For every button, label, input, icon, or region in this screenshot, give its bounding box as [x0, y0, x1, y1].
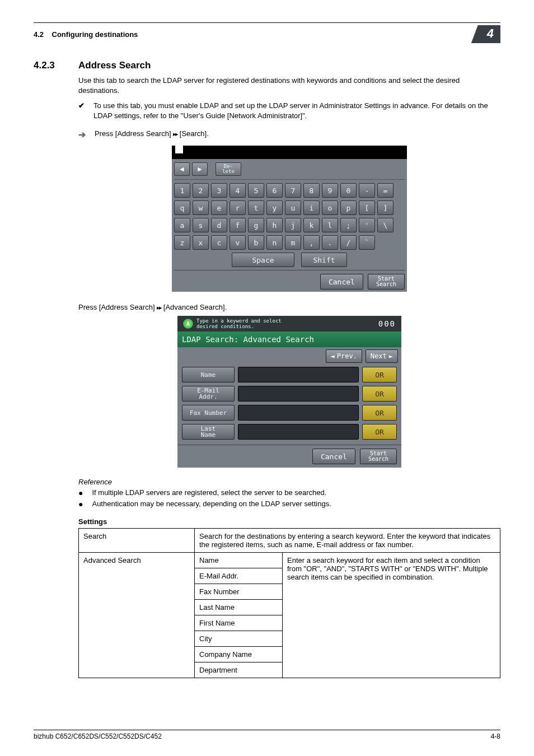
reference-heading: Reference — [78, 478, 500, 486]
settings-table: Search Search for the destinations by en… — [78, 528, 500, 678]
delete-button[interactable]: De- lete — [216, 162, 241, 176]
shift-key[interactable]: Shift — [301, 253, 347, 267]
advanced-search-screenshot: A Type in a keyword and select desired c… — [177, 316, 401, 468]
key[interactable]: z — [174, 235, 190, 250]
nav-right-button[interactable]: ► — [192, 162, 208, 176]
settings-search-label: Search — [79, 529, 195, 553]
adv-label-lastname[interactable]: Last Name — [182, 424, 235, 440]
key[interactable]: w — [193, 200, 209, 215]
adv-field-email[interactable] — [238, 386, 359, 402]
adv-field-fax[interactable] — [238, 405, 359, 421]
adv-label-name[interactable]: Name — [182, 367, 235, 382]
settings-heading: Settings — [78, 517, 500, 526]
key[interactable]: y — [266, 200, 283, 215]
reference-item-1: Authentication may be necessary, dependi… — [92, 500, 331, 508]
adv-condition-fax[interactable]: OR — [362, 405, 397, 421]
nav-left-button[interactable]: ◄ — [174, 162, 190, 176]
key[interactable]: h — [266, 218, 283, 232]
key[interactable]: 4 — [229, 183, 246, 198]
footer-left: bizhub C652/C652DS/C552/C552DS/C452 — [34, 732, 162, 740]
cancel-button[interactable]: Cancel — [320, 274, 363, 290]
key[interactable]: d — [211, 218, 227, 232]
key[interactable]: x — [193, 235, 209, 250]
key[interactable]: r — [229, 200, 246, 215]
adv-count: 000 — [378, 319, 396, 328]
key[interactable]: 8 — [303, 183, 320, 198]
key[interactable]: p — [340, 200, 357, 215]
header-section-ref: 4.2 — [34, 30, 44, 39]
key[interactable]: e — [211, 200, 227, 215]
chapter-badge: 4 — [471, 25, 500, 43]
check-icon: ✔ — [78, 101, 85, 120]
start-search-button[interactable]: Start Search — [368, 274, 405, 290]
adv-item: Last Name — [195, 600, 283, 615]
key[interactable]: s — [193, 218, 209, 232]
adv-start-search-button[interactable]: Start Search — [360, 449, 397, 464]
key[interactable]: l — [322, 218, 338, 232]
key[interactable]: i — [303, 200, 320, 215]
key[interactable]: = — [377, 183, 394, 198]
adv-label-email[interactable]: E-Mail Addr. — [182, 386, 235, 402]
step1-text: Press [Address Search] ▸▸ [Search]. — [95, 129, 209, 138]
key[interactable]: o — [322, 200, 338, 215]
key[interactable]: - — [359, 183, 375, 198]
key[interactable]: / — [340, 235, 357, 250]
key[interactable]: u — [285, 200, 301, 215]
key[interactable]: [ — [359, 200, 375, 215]
adv-label-fax[interactable]: Fax Number — [182, 405, 235, 421]
arrow-icon: ➔ — [78, 129, 86, 140]
adv-item: E-Mail Addr. — [195, 568, 283, 584]
key[interactable]: 3 — [211, 183, 227, 198]
adv-cancel-button[interactable]: Cancel — [312, 449, 355, 464]
key[interactable]: b — [248, 235, 264, 250]
key[interactable]: ` — [359, 235, 375, 250]
key[interactable]: \ — [377, 218, 394, 232]
key[interactable]: c — [211, 235, 227, 250]
key[interactable]: 6 — [266, 183, 283, 198]
header-section-title: Configuring destinations — [52, 30, 138, 39]
adv-condition-name[interactable]: OR — [362, 367, 397, 382]
next-button[interactable]: Next► — [366, 349, 398, 363]
key[interactable]: g — [248, 218, 264, 232]
key[interactable]: ; — [340, 218, 357, 232]
key[interactable]: . — [322, 235, 338, 250]
key[interactable]: 9 — [322, 183, 338, 198]
key[interactable]: 1 — [174, 183, 190, 198]
settings-search-desc: Search for the destinations by entering … — [195, 529, 500, 553]
key[interactable]: ] — [377, 200, 394, 215]
adv-field-name[interactable] — [238, 367, 359, 382]
adv-condition-email[interactable]: OR — [362, 386, 397, 402]
key[interactable]: t — [248, 200, 264, 215]
key[interactable]: j — [285, 218, 301, 232]
adv-hint: Type in a keyword and select desired con… — [196, 318, 282, 329]
adv-item: Fax Number — [195, 584, 283, 600]
key[interactable]: n — [266, 235, 283, 250]
key[interactable]: a — [174, 218, 190, 232]
space-key[interactable]: Space — [232, 253, 294, 267]
page-header: 4.2 Configuring destinations 4 — [34, 25, 500, 43]
key[interactable]: f — [229, 218, 246, 232]
adv-field-lastname[interactable] — [238, 424, 359, 440]
key[interactable]: v — [229, 235, 246, 250]
key[interactable]: m — [285, 235, 301, 250]
key[interactable]: 5 — [248, 183, 264, 198]
section-number: 4.2.3 — [34, 60, 68, 71]
adv-item: Name — [195, 553, 283, 568]
section-title: Address Search — [78, 60, 151, 71]
adv-item: Department — [195, 662, 283, 678]
checklist-item-0: To use this tab, you must enable LDAP an… — [93, 101, 500, 120]
key[interactable]: q — [174, 200, 190, 215]
adv-item: City — [195, 631, 283, 647]
intro-text: Use this tab to search the LDAP server f… — [78, 76, 500, 95]
adv-condition-lastname[interactable]: OR — [362, 424, 397, 440]
info-icon: A — [183, 319, 193, 329]
settings-advanced-label: Advanced Search — [79, 553, 195, 678]
key[interactable]: k — [303, 218, 320, 232]
key[interactable]: 7 — [285, 183, 301, 198]
key[interactable]: 0 — [340, 183, 357, 198]
key[interactable]: , — [303, 235, 320, 250]
key[interactable]: 2 — [193, 183, 209, 198]
adv-item: First Name — [195, 615, 283, 631]
key[interactable]: ' — [359, 218, 375, 232]
prev-button[interactable]: ◄Prev. — [326, 349, 362, 363]
